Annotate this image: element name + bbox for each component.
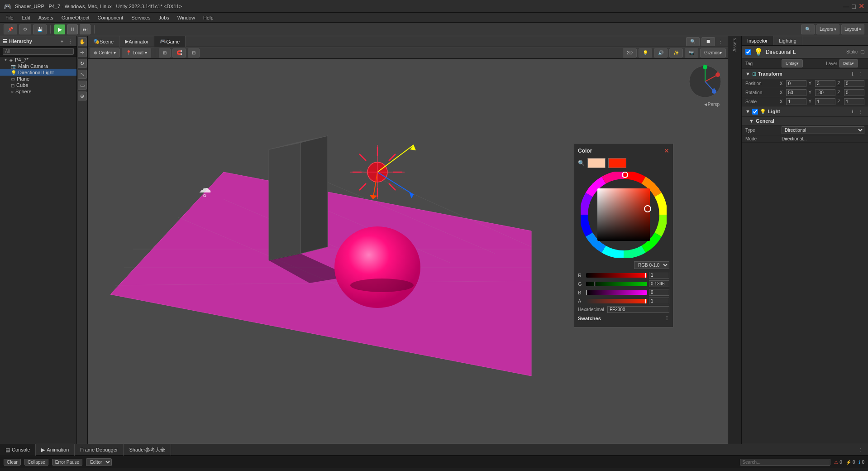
- general-section-header[interactable]: ▼ General: [742, 117, 868, 125]
- scale-y-input[interactable]: [815, 98, 835, 105]
- menu-assets[interactable]: Assets: [35, 14, 57, 21]
- scale-tool[interactable]: ⤡: [78, 70, 87, 79]
- fx-btn[interactable]: ✨: [669, 48, 683, 58]
- toolbar-btn1[interactable]: ⚙: [19, 24, 31, 34]
- scene-camera-btn[interactable]: 📷: [685, 48, 698, 58]
- tag-dropdown[interactable]: Untag▾: [782, 59, 803, 67]
- color-wheel-container[interactable]: [581, 172, 667, 258]
- light-enabled-checkbox[interactable]: [752, 109, 758, 115]
- rot-z-input[interactable]: [844, 89, 864, 96]
- r-value-input[interactable]: [649, 272, 669, 279]
- center-btn[interactable]: ⊕Center▾: [90, 48, 120, 58]
- hierarchy-item-sphere[interactable]: ○ Sphere: [0, 88, 76, 95]
- toolbar-btn2[interactable]: 💾: [33, 24, 47, 34]
- menu-help[interactable]: Help: [200, 14, 217, 21]
- menu-component[interactable]: Component: [94, 14, 127, 21]
- layer-dropdown[interactable]: Defa▾: [839, 59, 858, 67]
- play-button[interactable]: ▶: [54, 24, 65, 34]
- clear-button[interactable]: Clear: [4, 459, 21, 466]
- color-swatch-old[interactable]: [587, 158, 606, 168]
- tab-shader-ref[interactable]: Shader参考大全: [124, 444, 171, 456]
- menu-gameobject[interactable]: GameObject: [58, 14, 93, 21]
- hierarchy-item-p4[interactable]: ▼ ◈ P4_7*: [0, 57, 76, 63]
- light-info-icon[interactable]: ℹ: [849, 108, 856, 115]
- tab-scene[interactable]: 🎭 Scene: [88, 36, 119, 47]
- search-button[interactable]: 🔍: [801, 24, 815, 34]
- transform-tool[interactable]: ⊕: [78, 91, 87, 101]
- hierarchy-item-dirlight[interactable]: 💡 Directional Light: [0, 69, 76, 76]
- search-scene-btn[interactable]: 🔍: [686, 37, 700, 46]
- menu-window[interactable]: Window: [174, 14, 199, 21]
- view2d-btn[interactable]: 2D: [623, 48, 637, 58]
- tab-game[interactable]: 🎮 Game: [154, 36, 186, 47]
- pause-button[interactable]: ⏸: [67, 24, 78, 34]
- rect-tool[interactable]: ▭: [78, 81, 87, 90]
- g-value-input[interactable]: [649, 280, 669, 287]
- gizmos-btn[interactable]: 🔲: [701, 37, 715, 46]
- color-picker-close-icon[interactable]: ✕: [664, 147, 669, 154]
- scale-x-input[interactable]: [786, 98, 806, 105]
- b-value-input[interactable]: [649, 289, 669, 296]
- menu-edit[interactable]: Edit: [18, 14, 34, 21]
- grid-btn[interactable]: ⊞: [159, 48, 171, 58]
- layers-dropdown[interactable]: Layers▾: [816, 24, 839, 34]
- object-active-checkbox[interactable]: [745, 49, 751, 55]
- transform-menu-icon[interactable]: ⋮: [857, 70, 864, 77]
- light-section-header[interactable]: ▼ 💡 Light ℹ ⋮: [742, 106, 868, 117]
- tab-frame-debugger[interactable]: Frame Debugger: [75, 444, 124, 456]
- error-pause-button[interactable]: Error Pause: [52, 459, 82, 466]
- a-value-input[interactable]: [649, 298, 669, 304]
- hex-input[interactable]: [607, 306, 669, 313]
- color-wheel-svg[interactable]: [581, 172, 667, 258]
- hierarchy-add-icon[interactable]: +: [58, 38, 66, 45]
- hierarchy-item-cube[interactable]: ◻ Cube: [0, 82, 76, 88]
- layout-dropdown[interactable]: Layout▾: [841, 24, 864, 34]
- tab-animation[interactable]: ▶ Animation: [36, 444, 75, 456]
- transform-section-header[interactable]: ▼ ⊞ Transform ℹ ⋮: [742, 69, 868, 79]
- g-slider[interactable]: [586, 282, 647, 286]
- r-slider[interactable]: [586, 273, 647, 278]
- maximize-icon[interactable]: □: [852, 3, 856, 10]
- color-swatch-new[interactable]: [608, 158, 626, 168]
- step-button[interactable]: ⏭: [80, 24, 91, 34]
- rot-x-input[interactable]: [786, 89, 806, 96]
- search-console-input[interactable]: [740, 459, 830, 466]
- tab-inspector[interactable]: Inspector: [742, 36, 773, 45]
- pos-x-input[interactable]: [786, 80, 806, 87]
- lighting-btn[interactable]: 💡: [639, 48, 652, 58]
- menu-services[interactable]: Services: [128, 14, 154, 21]
- hierarchy-search-input[interactable]: [3, 48, 74, 55]
- hierarchy-item-plane[interactable]: ▭ Plane: [0, 76, 76, 82]
- light-type-select[interactable]: Directional Point Spot: [782, 126, 864, 134]
- scene-menu-icon[interactable]: ⋮: [717, 38, 724, 45]
- pos-y-input[interactable]: [815, 80, 835, 87]
- menu-jobs[interactable]: Jobs: [155, 14, 173, 21]
- eyedropper-icon[interactable]: 🔍: [578, 160, 585, 166]
- tab-console[interactable]: ▤ Console: [0, 444, 36, 456]
- color-mode-select[interactable]: RGB 0-1.0: [634, 261, 669, 269]
- hand-tool[interactable]: ✋: [78, 37, 87, 46]
- a-slider[interactable]: [586, 299, 647, 303]
- menu-file[interactable]: File: [2, 14, 17, 21]
- rot-y-input[interactable]: [815, 89, 835, 96]
- close-icon[interactable]: ✕: [858, 2, 864, 10]
- snap-btn[interactable]: 🧲: [172, 48, 186, 58]
- tab-animator[interactable]: ▶ Animator: [119, 36, 154, 47]
- hierarchy-item-camera[interactable]: 📷 Main Camera: [0, 63, 76, 69]
- tab-lighting[interactable]: Lighting: [773, 36, 802, 45]
- local-btn[interactable]: 📍Local▾: [122, 48, 151, 58]
- gizmos-toggle-btn[interactable]: Gizmos▾: [700, 48, 726, 58]
- transform-info-icon[interactable]: ℹ: [849, 70, 856, 77]
- editor-select[interactable]: Editor: [86, 458, 112, 466]
- toolbar-pin[interactable]: 📌: [4, 24, 17, 34]
- align-btn[interactable]: ⊟: [188, 48, 200, 58]
- light-menu-icon[interactable]: ⋮: [857, 108, 864, 115]
- static-checkbox[interactable]: ▢: [860, 49, 864, 54]
- scale-z-input[interactable]: [844, 98, 864, 105]
- rotate-tool[interactable]: ↻: [78, 59, 87, 68]
- minimize-icon[interactable]: —: [843, 3, 849, 10]
- move-tool[interactable]: ✛: [78, 48, 87, 57]
- pos-z-input[interactable]: [844, 80, 864, 87]
- b-slider[interactable]: [586, 290, 647, 295]
- audio-btn[interactable]: 🔊: [654, 48, 668, 58]
